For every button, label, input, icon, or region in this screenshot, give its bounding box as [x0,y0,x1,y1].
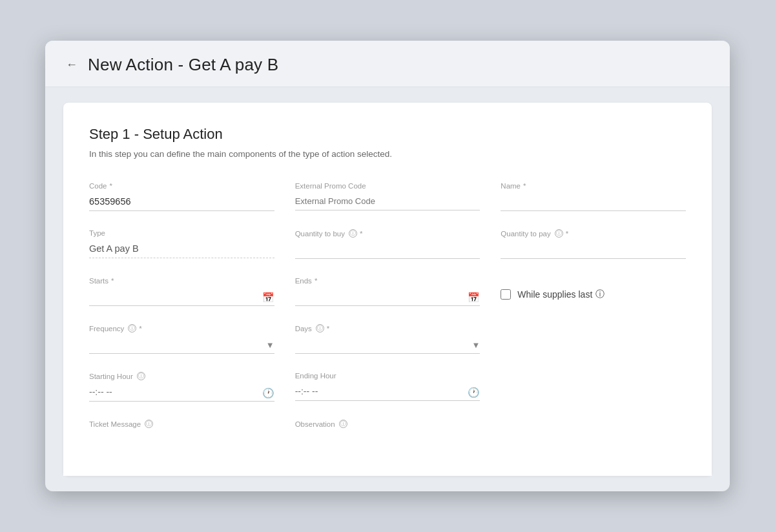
page-title: New Action - Get A pay B [88,55,278,75]
while-supplies-last-info-icon[interactable]: ⓘ [595,289,604,300]
code-input[interactable] [89,194,274,211]
code-field: Code * [89,182,274,211]
quantity-to-pay-field: Quantity to pay ⓘ * [501,229,686,259]
page-header: ← New Action - Get A pay B [45,41,730,87]
days-select[interactable] [295,336,480,354]
starting-hour-info-icon[interactable]: ⓘ [137,372,145,380]
code-label: Code * [89,182,274,190]
ends-label: Ends * [295,277,480,285]
empty-cell-2 [501,372,686,402]
starting-hour-field: Starting Hour ⓘ 🕐 [89,372,274,402]
empty-cell-1 [501,324,686,354]
name-label: Name * [501,182,686,190]
starts-input-wrapper: 📅 [89,289,274,306]
ending-hour-input[interactable] [295,384,480,401]
form-grid: Code * External Promo Code Name * [89,182,686,450]
quantity-to-pay-info-icon[interactable]: ⓘ [555,229,563,238]
external-promo-code-field: External Promo Code [295,182,480,211]
ticket-message-label: Ticket Message ⓘ [89,420,274,428]
type-value: Get A pay B [89,241,274,258]
starts-label: Starts * [89,277,274,285]
ending-hour-input-wrapper: 🕐 [295,384,480,401]
observation-field: Observation ⓘ [295,420,480,432]
ends-input[interactable] [295,289,480,306]
quantity-to-buy-label: Quantity to buy ⓘ * [295,229,480,238]
while-supplies-last-row: While supplies last ⓘ [501,289,686,300]
days-label: Days ⓘ * [295,324,480,332]
days-field: Days ⓘ * ▼ [295,324,480,354]
quantity-to-buy-info-icon[interactable]: ⓘ [349,229,357,238]
quantity-to-pay-input[interactable] [501,241,686,259]
starting-hour-input[interactable] [89,384,274,402]
ticket-message-field: Ticket Message ⓘ [89,420,274,432]
type-field: Type Get A pay B [89,229,274,259]
external-promo-code-label: External Promo Code [295,182,480,190]
days-info-icon[interactable]: ⓘ [316,324,324,332]
while-supplies-last-label: While supplies last ⓘ [517,289,604,300]
observation-info-icon[interactable]: ⓘ [339,420,347,428]
days-select-wrapper: ▼ [295,336,480,354]
step-title: Step 1 - Setup Action [89,126,686,143]
outer-container: ← New Action - Get A pay B Step 1 - Setu… [45,41,730,491]
external-promo-code-input[interactable] [295,194,480,210]
type-label: Type [89,229,274,237]
ends-field: Ends * 📅 [295,277,480,306]
while-supplies-last-field: While supplies last ⓘ [501,277,686,306]
name-field: Name * [501,182,686,211]
starting-hour-label: Starting Hour ⓘ [89,372,274,380]
starts-field: Starts * 📅 [89,277,274,306]
observation-label: Observation ⓘ [295,420,480,428]
ticket-message-info-icon[interactable]: ⓘ [145,420,153,428]
back-button[interactable]: ← [66,58,78,72]
form-card: Step 1 - Setup Action In this step you c… [63,103,712,476]
frequency-info-icon[interactable]: ⓘ [128,324,136,332]
ends-input-wrapper: 📅 [295,289,480,306]
frequency-label: Frequency ⓘ * [89,324,274,332]
frequency-select-wrapper: ▼ [89,336,274,354]
ending-hour-field: Ending Hour 🕐 [295,372,480,402]
starting-hour-input-wrapper: 🕐 [89,384,274,402]
while-supplies-last-checkbox[interactable] [501,289,511,300]
step-description: In this step you can define the main com… [89,149,686,159]
frequency-select[interactable] [89,336,274,354]
name-input[interactable] [501,194,686,211]
quantity-to-pay-label: Quantity to pay ⓘ * [501,229,686,238]
frequency-field: Frequency ⓘ * ▼ [89,324,274,354]
quantity-to-buy-input[interactable] [295,241,480,259]
ending-hour-label: Ending Hour [295,372,480,380]
quantity-to-buy-field: Quantity to buy ⓘ * [295,229,480,259]
starts-input[interactable] [89,289,274,306]
